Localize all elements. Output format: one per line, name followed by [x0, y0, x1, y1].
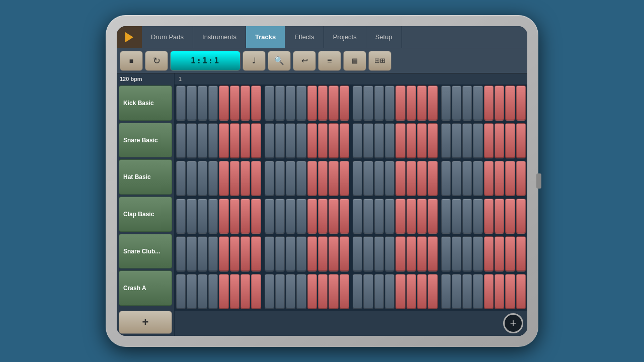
beat-pad[interactable]: [340, 123, 349, 158]
beat-pad[interactable]: [441, 199, 451, 234]
beat-pad[interactable]: [516, 85, 526, 121]
beat-pad[interactable]: [395, 85, 405, 121]
beat-pad[interactable]: [374, 236, 384, 272]
beat-pad[interactable]: [441, 236, 451, 272]
beat-pad[interactable]: [318, 236, 328, 272]
beat-pad[interactable]: [495, 85, 504, 121]
tab-setup[interactable]: Setup: [366, 26, 402, 48]
beat-pad[interactable]: [230, 85, 239, 121]
beat-pad[interactable]: [286, 123, 295, 158]
beat-pad[interactable]: [505, 199, 515, 234]
beat-pad[interactable]: [318, 274, 328, 309]
beat-pad[interactable]: [240, 161, 250, 196]
beat-pad[interactable]: [417, 274, 427, 309]
beat-pad[interactable]: [219, 123, 228, 158]
beat-pad[interactable]: [219, 274, 228, 309]
metronome-button[interactable]: ♩: [243, 51, 266, 71]
beat-pad[interactable]: [428, 123, 437, 158]
beat-pad[interactable]: [307, 199, 317, 234]
beat-pad[interactable]: [219, 161, 228, 196]
beat-pad[interactable]: [462, 161, 472, 196]
beat-pad[interactable]: [340, 85, 349, 121]
beat-pad[interactable]: [286, 161, 295, 196]
beat-pad[interactable]: [275, 85, 285, 121]
beat-pad[interactable]: [417, 161, 427, 196]
track-label-snare-basic[interactable]: Snare Basic: [119, 123, 172, 158]
beat-pad[interactable]: [251, 274, 261, 309]
beat-pad[interactable]: [296, 274, 306, 309]
beat-pad[interactable]: [176, 199, 186, 234]
beat-pad[interactable]: [473, 123, 482, 158]
beat-pad[interactable]: [516, 161, 526, 196]
tab-tracks[interactable]: Tracks: [246, 26, 285, 48]
beat-pad[interactable]: [495, 236, 504, 272]
beat-pad[interactable]: [363, 123, 373, 158]
beat-pad[interactable]: [353, 274, 362, 309]
beat-pad[interactable]: [307, 123, 317, 158]
beat-pad[interactable]: [407, 199, 416, 234]
beat-pad[interactable]: [505, 274, 515, 309]
beat-pad[interactable]: [395, 199, 405, 234]
beat-pad[interactable]: [296, 85, 306, 121]
beat-pad[interactable]: [452, 236, 461, 272]
beat-pad[interactable]: [363, 236, 373, 272]
tab-drum-pads[interactable]: Drum Pads: [142, 26, 193, 48]
beat-pad[interactable]: [505, 236, 515, 272]
side-button[interactable]: [536, 173, 541, 189]
beat-pad[interactable]: [265, 199, 274, 234]
beat-pad[interactable]: [385, 236, 394, 272]
beat-pad[interactable]: [187, 274, 196, 309]
beat-pad[interactable]: [363, 85, 373, 121]
beat-pad[interactable]: [251, 123, 261, 158]
beat-pad[interactable]: [363, 161, 373, 196]
tab-projects[interactable]: Projects: [324, 26, 366, 48]
beat-pad[interactable]: [353, 161, 362, 196]
beat-pad[interactable]: [286, 274, 295, 309]
beat-pad[interactable]: [230, 274, 239, 309]
beat-pad[interactable]: [275, 161, 285, 196]
beat-pad[interactable]: [428, 274, 437, 309]
beat-pad[interactable]: [484, 85, 494, 121]
beat-pad[interactable]: [265, 161, 274, 196]
beat-pad[interactable]: [251, 85, 261, 121]
beat-pad[interactable]: [516, 123, 526, 158]
beat-pad[interactable]: [452, 123, 461, 158]
beat-pad[interactable]: [385, 161, 394, 196]
beat-pad[interactable]: [462, 199, 472, 234]
beat-pad[interactable]: [329, 274, 338, 309]
beat-pad[interactable]: [286, 236, 295, 272]
beat-pad[interactable]: [473, 199, 482, 234]
beat-pad[interactable]: [374, 123, 384, 158]
beat-pad[interactable]: [495, 274, 504, 309]
beat-pad[interactable]: [230, 123, 239, 158]
beat-pad[interactable]: [495, 199, 504, 234]
beat-pad[interactable]: [407, 123, 416, 158]
beat-pad[interactable]: [505, 161, 515, 196]
play-button[interactable]: [117, 26, 142, 48]
beat-pad[interactable]: [385, 274, 394, 309]
beat-pad[interactable]: [176, 85, 186, 121]
beat-pad[interactable]: [363, 274, 373, 309]
beat-pad[interactable]: [208, 85, 218, 121]
beat-pad[interactable]: [428, 85, 437, 121]
beat-pad[interactable]: [484, 199, 494, 234]
beat-pad[interactable]: [329, 161, 338, 196]
beat-pad[interactable]: [329, 199, 338, 234]
beat-pad[interactable]: [495, 123, 504, 158]
beat-pad[interactable]: [407, 85, 416, 121]
beat-pad[interactable]: [329, 85, 338, 121]
beat-pad[interactable]: [452, 161, 461, 196]
beat-pad[interactable]: [462, 236, 472, 272]
beat-pad[interactable]: [516, 236, 526, 272]
beat-pad[interactable]: [307, 274, 317, 309]
loop-button[interactable]: ↻: [145, 51, 168, 71]
beat-pad[interactable]: [385, 199, 394, 234]
beat-pad[interactable]: [452, 85, 461, 121]
beat-pad[interactable]: [473, 85, 482, 121]
beat-pad[interactable]: [473, 274, 482, 309]
beat-pad[interactable]: [198, 161, 207, 196]
track-label-crash-a[interactable]: Crash A: [119, 270, 172, 306]
beat-pad[interactable]: [208, 274, 218, 309]
beat-pad[interactable]: [296, 199, 306, 234]
beat-pad[interactable]: [374, 199, 384, 234]
